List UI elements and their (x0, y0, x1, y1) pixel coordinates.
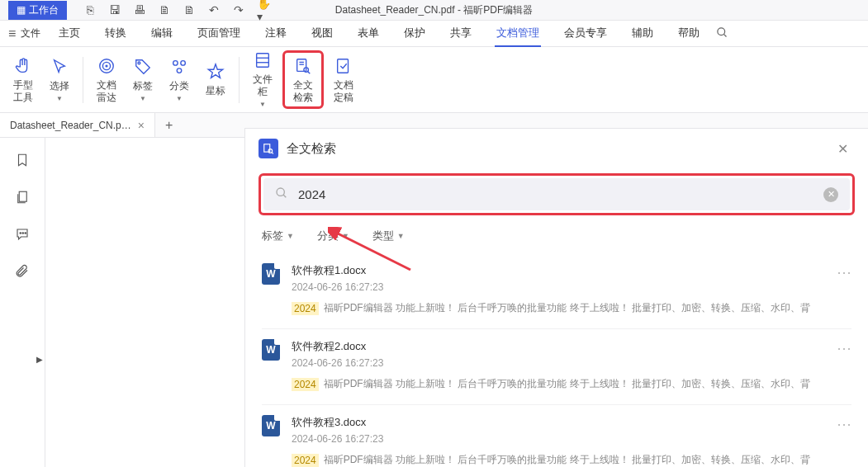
sidebar-collapse-icon[interactable]: ▶ (36, 355, 43, 364)
category-button[interactable]: 分类 ▼ (163, 54, 196, 106)
svg-point-21 (25, 233, 26, 234)
hand-tool-label: 手型 工具 (13, 79, 33, 103)
chevron-down-icon: ▼ (342, 232, 349, 240)
snippet-text: 福昕PDF编辑器 功能上新啦！ 后台千呼万唤的批量功能 终于上线啦！ 批量打印、… (324, 301, 810, 315)
menu-item[interactable]: 主页 (57, 21, 82, 47)
menu-item[interactable]: 文档管理 (495, 21, 541, 47)
fulltext-search-button[interactable]: 全文 检索 (282, 50, 324, 109)
undo-icon[interactable]: ↶ (207, 3, 221, 17)
star-button[interactable]: 星标 (199, 59, 232, 100)
search-highlight-box: ✕ (259, 173, 855, 215)
workspace-button[interactable]: ▦ 工作台 (8, 1, 67, 20)
fulltext-search-label: 全文 检索 (293, 79, 313, 103)
chevron-down-icon: ▼ (140, 95, 146, 103)
svg-rect-22 (264, 144, 270, 152)
svg-rect-17 (338, 59, 349, 73)
svg-point-4 (106, 65, 107, 67)
hamburger-icon[interactable]: ≡ (8, 26, 16, 41)
radar-button[interactable]: 文档 雷达 (90, 53, 123, 106)
result-more-icon[interactable]: ⋯ (837, 263, 851, 315)
menu-item[interactable]: 视图 (310, 21, 334, 47)
result-item[interactable]: 软件教程3.docx 2024-06-26 16:27:23 2024 福昕PD… (262, 405, 851, 467)
menu-item[interactable]: 页面管理 (196, 21, 242, 47)
clear-search-icon[interactable]: ✕ (823, 187, 838, 202)
search-input[interactable] (298, 187, 813, 201)
menu-item[interactable]: 保护 (402, 21, 427, 47)
pages-icon[interactable] (15, 190, 30, 209)
open-icon[interactable]: ⎘ (83, 3, 97, 17)
result-more-icon[interactable]: ⋯ (837, 339, 851, 391)
hand-tool-icon (13, 56, 33, 76)
word-doc-icon (262, 263, 280, 285)
ribbon: 手型 工具 选择 ▼ 文档 雷达 标签 ▼ 分类 ▼ 星标 文件 柜 ▼ 全文 … (0, 47, 868, 113)
document-tab[interactable]: Datasheet_Reader_CN.p… × (0, 113, 155, 137)
filter-type[interactable]: 类型 ▼ (372, 229, 405, 243)
workspace-label: 工作台 (29, 3, 59, 17)
finalize-label: 文档 定稿 (334, 79, 353, 103)
result-title: 软件教程2.docx (292, 339, 825, 354)
print-icon[interactable]: 🖶 (133, 3, 146, 17)
hand-icon[interactable]: ✋▾ (257, 3, 270, 17)
result-date: 2024-06-26 16:27:23 (292, 281, 825, 293)
result-title: 软件教程1.docx (292, 263, 825, 278)
attachment-icon[interactable] (15, 264, 30, 283)
svg-point-19 (20, 233, 21, 234)
search-icon (275, 186, 288, 202)
result-snippet: 2024 福昕PDF编辑器 功能上新啦！ 后台千呼万唤的批量功能 终于上线啦！ … (292, 301, 825, 315)
result-item[interactable]: 软件教程2.docx 2024-06-26 16:27:23 2024 福昕PD… (262, 329, 851, 405)
file-menu[interactable]: 文件 (21, 26, 40, 40)
menu-item[interactable]: 注释 (263, 21, 288, 47)
bookmark-icon[interactable] (15, 153, 30, 172)
cabinet-button[interactable]: 文件 柜 ▼ (246, 47, 279, 111)
menu-item[interactable]: 帮助 (676, 21, 701, 47)
result-item[interactable]: 软件教程1.docx 2024-06-26 16:27:23 2024 福昕PD… (262, 253, 851, 329)
menu-item[interactable]: 辅助 (630, 21, 655, 47)
menu-items: 主页转换编辑页面管理注释视图表单保护共享文档管理会员专享辅助帮助 (57, 21, 701, 47)
divider (83, 57, 83, 103)
cabinet-icon (253, 50, 273, 70)
menu-item[interactable]: 共享 (448, 21, 473, 47)
redo-icon[interactable]: ↷ (232, 3, 245, 17)
finalize-icon (334, 56, 353, 76)
filter-tags[interactable]: 标签 ▼ (262, 229, 294, 243)
result-more-icon[interactable]: ⋯ (837, 415, 851, 467)
search-highlight: 2024 (292, 378, 319, 391)
menu-item[interactable]: 转换 (103, 21, 128, 47)
menu-item[interactable]: 表单 (356, 21, 381, 47)
panel-title: 全文检索 (287, 141, 336, 157)
hand-tool-button[interactable]: 手型 工具 (7, 53, 40, 106)
panel-close-icon[interactable]: ✕ (837, 141, 848, 157)
menu-search-icon[interactable] (716, 26, 728, 41)
svg-point-25 (277, 188, 284, 196)
select-icon (50, 57, 69, 77)
add-page-icon[interactable]: 🗎 (183, 3, 196, 17)
fulltext-search-panel: 全文检索 ✕ ✕ 标签 ▼ 分类 ▼ 类型 ▼ 软件教程1.docx 2024-… (244, 128, 868, 467)
search-highlight: 2024 (292, 454, 319, 467)
snippet-text: 福昕PDF编辑器 功能上新啦！ 后台千呼万唤的批量功能 终于上线啦！ 批量打印、… (324, 453, 810, 467)
save-icon[interactable]: 🖫 (108, 3, 121, 17)
menu-item[interactable]: 会员专享 (562, 21, 609, 47)
svg-point-5 (138, 62, 140, 64)
cabinet-label: 文件 柜 (253, 73, 273, 97)
chevron-down-icon: ▼ (287, 232, 294, 240)
document-title: Datasheet_Reader_CN.pdf - 福昕PDF编辑器 (335, 3, 533, 17)
tab-close-icon[interactable]: × (138, 119, 145, 132)
comment-icon[interactable] (15, 227, 30, 246)
search-box: ✕ (263, 178, 850, 210)
word-doc-icon (262, 339, 280, 361)
svg-point-6 (173, 60, 178, 65)
search-panel-icon (259, 139, 278, 158)
tags-label: 标签 (133, 80, 153, 92)
chevron-down-icon: ▼ (397, 232, 405, 240)
select-button[interactable]: 选择 ▼ (43, 54, 76, 106)
filter-category[interactable]: 分类 ▼ (317, 229, 349, 243)
search-doc-icon (293, 56, 313, 76)
tags-button[interactable]: 标签 ▼ (126, 54, 159, 106)
finalize-button[interactable]: 文档 定稿 (327, 53, 360, 106)
add-tab-button[interactable]: + (155, 118, 183, 133)
menu-item[interactable]: 编辑 (149, 21, 174, 47)
search-highlight: 2024 (292, 302, 319, 315)
svg-point-20 (22, 233, 24, 234)
filter-tags-label: 标签 (262, 229, 283, 243)
page-icon[interactable]: 🗎 (158, 3, 171, 17)
